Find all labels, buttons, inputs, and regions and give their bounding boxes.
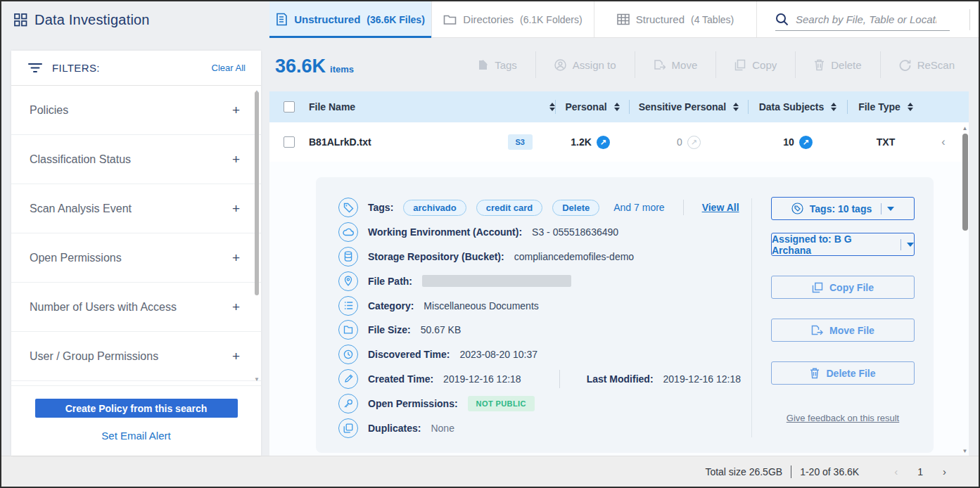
sort-icon[interactable] [549, 103, 555, 111]
filter-icon [28, 63, 42, 73]
open-personal-icon[interactable]: ↗ [597, 136, 610, 149]
filter-label: Open Permissions [30, 252, 232, 264]
tab-directories[interactable]: Directories (6.1K Folders) [432, 1, 594, 37]
items-count-suffix: items [330, 64, 354, 75]
filter-item-users-with-access[interactable]: Number of Users with Access + [11, 283, 261, 332]
next-page-button[interactable]: › [934, 465, 955, 477]
sort-icon[interactable] [831, 103, 836, 111]
field-value: compliancedemofiles-demo [514, 251, 634, 262]
column-file-type[interactable]: File Type [848, 101, 924, 113]
field-label: File Size: [368, 324, 411, 335]
detail-actions: Tags: 10 tags Assigned to: B G Archana [752, 195, 934, 440]
detail-tags-row: Tags: archivado credit card Delete And 7… [338, 195, 751, 220]
search-icon[interactable] [775, 13, 789, 26]
open-subjects-icon[interactable]: ↗ [799, 136, 813, 149]
view-all-tags-link[interactable]: View All [702, 202, 739, 213]
column-label: Data Subjects [759, 101, 825, 113]
field-label: Last Modified: [587, 373, 654, 385]
tags-dropdown-button[interactable]: Tags: 10 tags [771, 197, 915, 220]
divider [791, 465, 791, 478]
bulk-delete-button[interactable]: Delete [796, 59, 879, 71]
sidebar-scrollbar[interactable]: ▲ ▼ [254, 89, 260, 383]
detail-fields: Tags: archivado credit card Delete And 7… [338, 195, 751, 440]
field-label: Created Time: [368, 373, 433, 385]
sort-icon[interactable] [908, 103, 913, 111]
range-text: 1-20 of 36.6K [800, 466, 859, 477]
column-personal[interactable]: Personal [556, 101, 629, 113]
clear-all-link[interactable]: Clear All [212, 63, 246, 73]
copy-file-button[interactable]: Copy File [771, 276, 915, 299]
column-sensitive-personal[interactable]: Sensitive Personal [630, 101, 748, 113]
filter-item-open-permissions[interactable]: Open Permissions + [11, 233, 261, 283]
person-icon [554, 59, 566, 71]
column-file-name[interactable]: File Name [309, 101, 555, 113]
detail-duplicates-row: Duplicates: None [338, 416, 751, 440]
row-checkbox[interactable] [284, 136, 295, 148]
tag-pill[interactable]: Delete [552, 200, 599, 216]
delete-file-button[interactable]: Delete File [771, 361, 915, 385]
chevron-down-icon [907, 243, 914, 247]
tags-label: Tags: [368, 202, 393, 213]
bulk-rescan-button[interactable]: ReScan [881, 59, 959, 71]
tab-strip: Unstructured (36.6K Files) Directories (… [269, 1, 757, 38]
filter-item-scan-analysis-event[interactable]: Scan Analysis Event + [11, 184, 261, 233]
tab-structured[interactable]: Structured (4 Tables) [594, 1, 757, 37]
row-detail-area: Tags: archivado credit card Delete And 7… [269, 162, 969, 456]
tab-unstructured[interactable]: Unstructured (36.6K Files) [269, 1, 432, 37]
sort-icon[interactable] [614, 103, 620, 111]
detail-file-path-row: File Path: [338, 269, 751, 293]
field-label: Duplicates: [368, 423, 421, 434]
assigned-to-dropdown-button[interactable]: Assigned to: B G Archana [771, 233, 915, 256]
file-detail-card: Tags: archivado credit card Delete And 7… [316, 177, 934, 453]
bulk-move-button[interactable]: Move [635, 59, 716, 71]
collapse-chevron-icon[interactable]: ‹ [924, 136, 963, 148]
sort-icon[interactable] [733, 103, 739, 111]
select-all-checkbox[interactable] [284, 101, 295, 113]
tag-pill[interactable]: archivado [403, 200, 466, 216]
filter-label: Classification Status [30, 153, 232, 166]
give-feedback-link[interactable]: Give feedback on this result [787, 413, 899, 423]
plus-icon[interactable]: + [232, 349, 240, 364]
tag-pill[interactable]: credit card [476, 200, 542, 216]
bulk-copy-button[interactable]: Copy [716, 59, 795, 71]
results-table: File Name Personal Sensitive Personal [269, 91, 969, 456]
total-size-text: Total size 26.5GB [705, 466, 782, 477]
plus-icon[interactable]: + [232, 152, 240, 167]
scroll-down-icon[interactable]: ▼ [962, 448, 968, 454]
file-type: TXT [877, 136, 895, 148]
scrollbar-thumb[interactable] [255, 91, 259, 295]
bulk-label: ReScan [917, 59, 955, 71]
field-label: Discovered Time: [368, 349, 450, 360]
previous-page-button[interactable]: ‹ [886, 465, 906, 477]
tag-icon [338, 198, 358, 217]
plus-icon[interactable]: + [232, 300, 240, 315]
scroll-down-icon[interactable]: ▼ [254, 376, 260, 383]
sensitive-count: 0 [677, 136, 682, 148]
bulk-label: Delete [831, 59, 861, 71]
main-scrollbar[interactable]: ▲ ▼ [962, 124, 969, 456]
scrollbar-thumb[interactable] [962, 134, 968, 231]
bulk-tags-button[interactable]: Tags [459, 59, 535, 71]
table-row[interactable]: B81ALrkD.txt S3 1.2K ↗ 0 ↗ 10 ↗ [269, 122, 969, 162]
field-value: None [431, 423, 454, 434]
bulk-label: Copy [752, 59, 777, 71]
column-label: File Name [309, 101, 547, 113]
detail-storage-repository-row: Storage Repository (Bucket): complianced… [338, 245, 751, 269]
filter-item-policies[interactable]: Policies + [11, 86, 261, 135]
set-email-alert-link[interactable]: Set Email Alert [11, 430, 261, 442]
plus-icon[interactable]: + [232, 250, 240, 266]
file-name[interactable]: B81ALrkD.txt [309, 136, 508, 148]
column-data-subjects[interactable]: Data Subjects [749, 101, 847, 113]
filter-item-classification-status[interactable]: Classification Status + [11, 135, 261, 184]
plus-icon[interactable]: + [232, 201, 240, 217]
bulk-assign-button[interactable]: Assign to [536, 59, 635, 71]
row-checkbox-cell [269, 136, 309, 148]
plus-icon[interactable]: + [232, 103, 240, 118]
filter-item-user-group-permissions[interactable]: User / Group Permissions + [11, 332, 261, 381]
scroll-up-icon[interactable]: ▲ [962, 125, 968, 131]
column-label: Personal [565, 101, 606, 113]
create-policy-button[interactable]: Create Policy from this search [35, 399, 238, 418]
move-file-button[interactable]: Move File [771, 319, 915, 342]
grid-icon [14, 13, 27, 27]
search-input[interactable] [796, 13, 936, 25]
